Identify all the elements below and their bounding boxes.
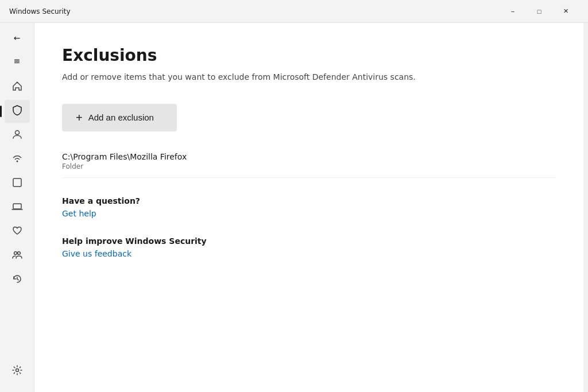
close-button[interactable]: ✕ — [552, 0, 579, 23]
shield-icon — [11, 104, 23, 118]
sidebar: ← ≡ — [0, 23, 34, 392]
app-body: ← ≡ — [0, 23, 588, 392]
sidebar-item-firewall[interactable] — [5, 148, 30, 171]
gear-icon — [11, 364, 23, 378]
sidebar-item-health[interactable] — [5, 220, 30, 243]
improve-title: Help improve Windows Security — [62, 236, 556, 246]
svg-point-5 — [17, 252, 20, 255]
laptop-icon — [11, 201, 23, 215]
exclusion-item: C:\Program Files\Mozilla Firefox Folder — [62, 145, 556, 178]
minimize-button[interactable]: − — [500, 0, 526, 23]
svg-point-0 — [15, 131, 19, 135]
maximize-button[interactable]: □ — [526, 0, 552, 23]
improve-section: Help improve Windows Security Give us fe… — [62, 236, 556, 272]
exclusion-path: C:\Program Files\Mozilla Firefox — [62, 152, 556, 161]
sidebar-bottom — [5, 360, 30, 387]
add-exclusion-button[interactable]: + Add an exclusion — [62, 104, 177, 131]
sidebar-item-settings[interactable] — [5, 360, 30, 383]
page-title: Exclusions — [62, 46, 556, 65]
exclusions-list: C:\Program Files\Mozilla Firefox Folder — [62, 145, 556, 178]
sidebar-item-home[interactable] — [5, 76, 30, 99]
menu-icon: ≡ — [14, 56, 21, 65]
svg-point-6 — [16, 369, 18, 372]
back-icon: ← — [14, 33, 21, 42]
page-subtitle: Add or remove items that you want to exc… — [62, 72, 556, 83]
svg-point-1 — [16, 161, 18, 162]
plus-icon: + — [76, 112, 83, 123]
family-icon — [11, 249, 23, 263]
sidebar-item-family[interactable] — [5, 244, 30, 267]
menu-button[interactable]: ≡ — [5, 51, 30, 71]
app-title: Windows Security — [9, 7, 500, 15]
back-button[interactable]: ← — [5, 28, 30, 48]
app-icon — [11, 177, 23, 191]
svg-rect-2 — [13, 178, 21, 187]
svg-point-4 — [14, 252, 17, 255]
titlebar: Windows Security − □ ✕ — [0, 0, 588, 23]
sidebar-item-app[interactable] — [5, 172, 30, 195]
svg-rect-3 — [13, 204, 21, 209]
heart-icon — [11, 225, 23, 239]
sidebar-item-account[interactable] — [5, 124, 30, 147]
sidebar-nav — [0, 76, 34, 360]
scrollbar-track[interactable] — [583, 23, 588, 392]
sidebar-item-device[interactable] — [5, 196, 30, 219]
history-icon — [11, 273, 23, 287]
person-icon — [11, 129, 23, 142]
add-exclusion-label: Add an exclusion — [88, 112, 154, 122]
main-content: Exclusions Add or remove items that you … — [34, 23, 583, 392]
feedback-link[interactable]: Give us feedback — [62, 249, 131, 258]
home-icon — [11, 80, 23, 94]
sidebar-item-virus[interactable] — [5, 100, 30, 123]
help-section: Have a question? Get help — [62, 196, 556, 232]
help-question: Have a question? — [62, 196, 556, 205]
exclusion-type: Folder — [62, 162, 556, 170]
wifi-icon — [11, 153, 23, 166]
get-help-link[interactable]: Get help — [62, 209, 96, 218]
sidebar-item-history[interactable] — [5, 269, 30, 292]
window-controls: − □ ✕ — [500, 0, 579, 23]
